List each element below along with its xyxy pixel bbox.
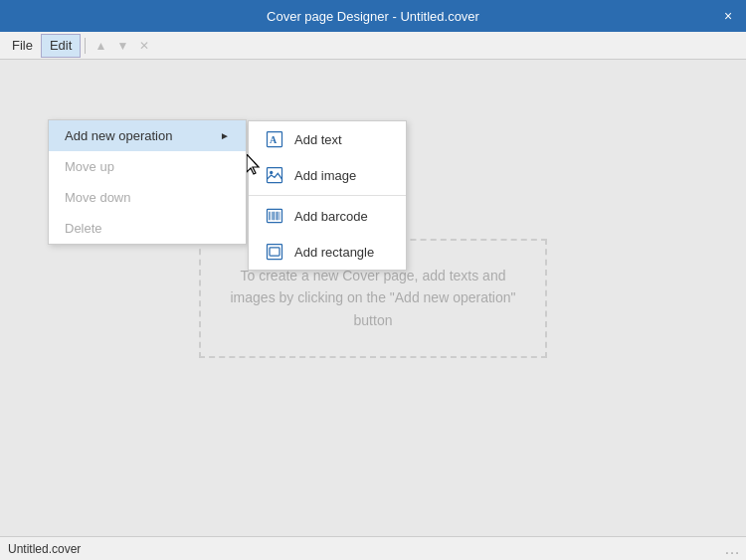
submenu-item-label: Add image	[294, 168, 356, 183]
dropdown-item-move-down[interactable]: Move down	[49, 182, 246, 213]
image-icon	[265, 165, 284, 185]
window-title: Cover page Designer - Untitled.cover	[28, 9, 718, 24]
text-icon: A	[265, 129, 284, 149]
submenu-item-label: Add text	[294, 132, 342, 147]
submenu-item-add-rectangle[interactable]: Add rectangle	[249, 234, 406, 270]
dropdown-item-label: Delete	[65, 221, 102, 236]
toolbar-delete-button[interactable]: ✕	[133, 35, 155, 57]
menu-item-file[interactable]: File	[4, 34, 41, 58]
submenu-item-add-barcode[interactable]: Add barcode	[249, 198, 406, 234]
window-close-button[interactable]: ×	[718, 6, 738, 26]
menu-item-edit[interactable]: Edit	[41, 34, 81, 58]
resize-grip[interactable]: …	[724, 540, 738, 558]
dropdown-menu: Add new operation ► A Add text	[48, 119, 247, 245]
svg-rect-12	[270, 248, 280, 256]
dropdown-item-label: Move down	[65, 190, 130, 205]
submenu-item-add-text[interactable]: A Add text	[249, 121, 406, 157]
toolbar-up-button[interactable]: ▲	[90, 35, 111, 57]
submenu-chevron: ►	[220, 130, 230, 141]
svg-text:A: A	[270, 134, 278, 145]
status-filename: Untitled.cover	[8, 542, 81, 556]
menu-separator-1	[85, 38, 86, 54]
title-bar: Cover page Designer - Untitled.cover ×	[0, 0, 746, 32]
svg-point-3	[270, 171, 273, 174]
rectangle-icon	[265, 242, 284, 262]
barcode-icon	[265, 206, 284, 226]
hint-text: To create a new Cover page, add texts an…	[217, 265, 529, 331]
submenu: A Add text	[248, 120, 407, 271]
submenu-separator	[249, 195, 406, 196]
toolbar-down-button[interactable]: ▼	[111, 35, 133, 57]
dropdown-item-delete[interactable]: Delete	[49, 213, 246, 244]
submenu-item-label: Add barcode	[294, 209, 368, 224]
dropdown-item-move-up[interactable]: Move up	[49, 151, 246, 182]
submenu-item-add-image[interactable]: Add image	[249, 157, 406, 193]
main-content: To create a new Cover page, add texts an…	[0, 60, 746, 536]
status-bar: Untitled.cover …	[0, 536, 746, 560]
dropdown-item-add-new-operation[interactable]: Add new operation ► A Add text	[49, 120, 246, 151]
menu-bar: File Edit ▲ ▼ ✕	[0, 32, 746, 60]
submenu-item-label: Add rectangle	[294, 245, 374, 260]
dropdown-item-label: Move up	[65, 159, 114, 174]
dropdown-item-label: Add new operation	[65, 128, 172, 143]
dropdown-menu-list: Add new operation ► A Add text	[48, 119, 247, 245]
